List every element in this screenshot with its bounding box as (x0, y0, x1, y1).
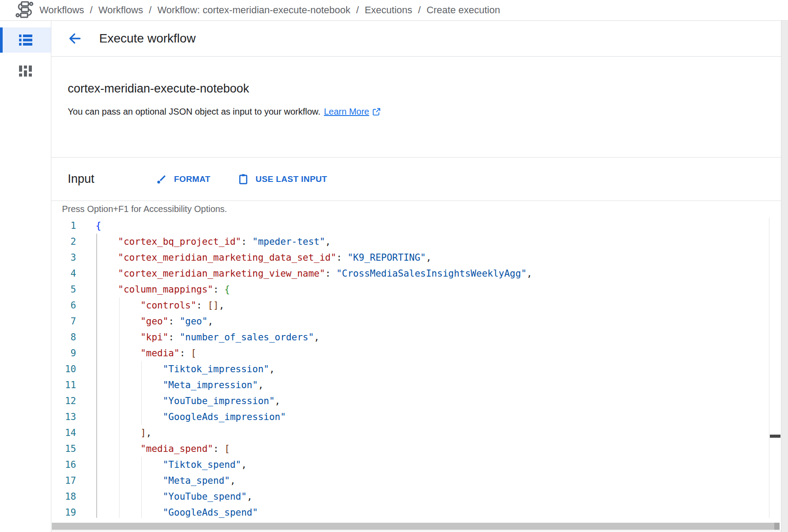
indent-guide (119, 377, 120, 393)
indent-guide (97, 250, 97, 266)
indent-guide (97, 441, 97, 457)
line-number: 6 (51, 297, 76, 313)
workflow-description: You can pass an optional JSON object as … (68, 107, 781, 117)
indent-guide (97, 266, 97, 281)
code-line: 19 "GoogleAds_spend" (51, 505, 781, 518)
line-number: 4 (51, 266, 76, 281)
code-line: 17 "Meta_spend", (51, 473, 781, 489)
line-number: 18 (51, 489, 76, 505)
breadcrumb-separator: / (149, 4, 151, 16)
indent-guide (141, 457, 142, 473)
indent-guide (119, 361, 120, 377)
description-text: You can pass an optional JSON object as … (68, 107, 321, 117)
use-last-input-button[interactable]: USE LAST INPUT (238, 173, 327, 185)
workflow-intro: cortex-meridian-execute-notebook You can… (51, 57, 781, 158)
indent-guide (97, 473, 97, 489)
indent-guide (97, 393, 97, 409)
back-arrow-button[interactable] (67, 31, 82, 46)
main-panel: Execute workflow cortex-meridian-execute… (51, 21, 781, 532)
indent-guide (119, 409, 120, 425)
code-lines: 1{2 "cortex_bq_project_id": "mpeder-test… (51, 218, 781, 518)
breadcrumb-item[interactable]: Executions (365, 4, 413, 16)
indent-guide (97, 313, 97, 329)
indent-guide (119, 425, 120, 441)
scrollbar-end-cap (774, 523, 780, 530)
indent-guide (97, 361, 97, 377)
code-line: 2 "cortex_bq_project_id": "mpeder-test", (51, 234, 781, 250)
code-line: 11 "Meta_impression", (51, 377, 781, 393)
page-title: Execute workflow (99, 31, 196, 46)
indent-guide (119, 329, 120, 345)
code-line: 15 "media_spend": [ (51, 441, 781, 457)
indent-guide (97, 425, 97, 441)
breadcrumb-separator: / (356, 4, 359, 16)
line-number: 5 (51, 281, 76, 297)
indent-guide (119, 345, 120, 361)
sidebar-item-source[interactable] (0, 58, 51, 84)
indent-guide (141, 377, 142, 393)
line-number: 13 (51, 409, 76, 425)
horizontal-scrollbar-thumb[interactable] (52, 523, 780, 530)
line-number: 11 (51, 377, 76, 393)
format-label: FORMAT (174, 174, 210, 184)
indent-guide (119, 473, 120, 489)
sidebar-item-executions[interactable] (0, 27, 51, 53)
columns-icon (19, 66, 32, 77)
code-line: 6 "controls": [], (51, 297, 781, 313)
code-line: 7 "geo": "geo", (51, 313, 781, 329)
workflows-product-icon (15, 0, 34, 20)
indent-guide (97, 409, 97, 425)
line-number: 17 (51, 473, 76, 489)
indent-guide (97, 329, 97, 345)
brush-icon (156, 173, 167, 185)
indent-guide (141, 393, 142, 409)
editor-scrollbar-track (769, 218, 769, 518)
workflow-name: cortex-meridian-execute-notebook (68, 82, 781, 96)
json-input-editor[interactable]: Press Option+F1 for Accessibility Option… (51, 200, 781, 518)
breadcrumb-item[interactable]: Workflow: cortex-meridian-execute-notebo… (157, 4, 350, 16)
code-line: 10 "Tiktok_impression", (51, 361, 781, 377)
code-line: 18 "YouTube_spend", (51, 489, 781, 505)
line-number: 19 (51, 505, 76, 518)
editor-scrollbar-thumb[interactable] (770, 435, 780, 438)
breadcrumb-item[interactable]: Create execution (426, 4, 500, 16)
indent-guide (141, 409, 142, 425)
indent-guide (97, 489, 97, 505)
code-line: 12 "YouTube_impression", (51, 393, 781, 409)
horizontal-scrollbar (51, 518, 781, 531)
indent-guide (97, 281, 97, 297)
breadcrumb-item[interactable]: Workflows (98, 4, 143, 16)
format-button[interactable]: FORMAT (156, 173, 210, 185)
indent-guide (141, 473, 142, 489)
line-number: 7 (51, 313, 76, 329)
code-line: 3 "cortex_meridian_marketing_data_set_id… (51, 250, 781, 266)
breadcrumb-item[interactable]: Workflows (39, 4, 84, 16)
code-line: 1{ (51, 218, 781, 234)
breadcrumb-separator: / (418, 4, 421, 16)
indent-guide (97, 377, 97, 393)
indent-guide (119, 441, 120, 457)
indent-guide (119, 393, 120, 409)
line-number: 15 (51, 441, 76, 457)
code-line: 4 "cortex_meridian_marketing_view_name":… (51, 266, 781, 281)
breadcrumb: Workflows/Workflows/Workflow: cortex-mer… (39, 4, 500, 16)
indent-guide (97, 345, 97, 361)
left-sidebar (0, 21, 51, 532)
line-number: 2 (51, 234, 76, 250)
line-number: 10 (51, 361, 76, 377)
open-in-new-icon (372, 107, 381, 116)
execute-workflow-header: Execute workflow (51, 21, 781, 57)
list-icon (19, 34, 32, 46)
line-number: 16 (51, 457, 76, 473)
learn-more-link[interactable]: Learn More (324, 107, 381, 117)
top-bar: Workflows/Workflows/Workflow: cortex-mer… (0, 0, 788, 21)
indent-guide (141, 505, 142, 518)
accessibility-hint: Press Option+F1 for Accessibility Option… (51, 201, 781, 218)
page-scrollbar[interactable] (781, 21, 788, 532)
code-line: 13 "GoogleAds_impression" (51, 409, 781, 425)
code-line: 8 "kpi": "number_of_sales_orders", (51, 329, 781, 345)
line-number: 8 (51, 329, 76, 345)
indent-guide (119, 297, 120, 313)
indent-guide (141, 361, 142, 377)
indent-guide (119, 505, 120, 518)
